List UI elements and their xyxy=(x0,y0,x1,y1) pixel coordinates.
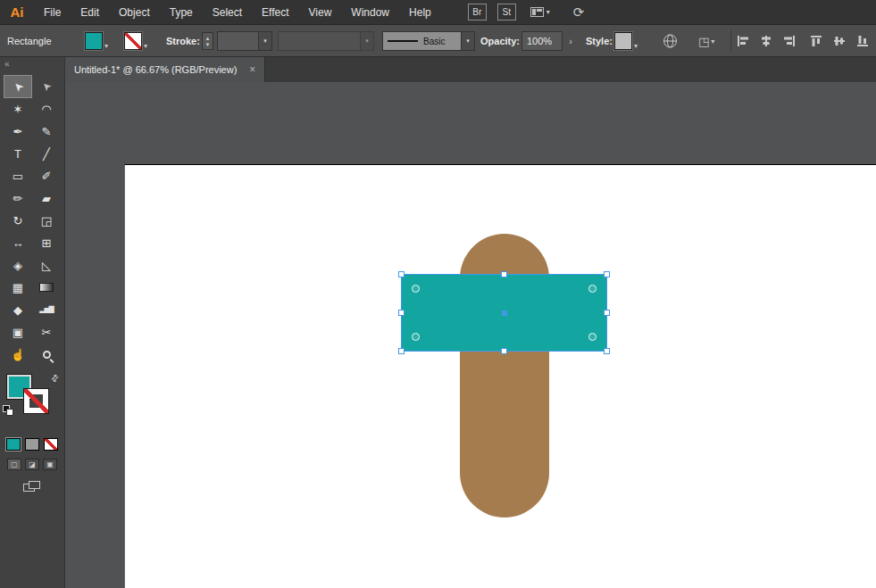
selection-handle-bottom-center[interactable] xyxy=(501,348,507,354)
corner-radius-widget-top-right[interactable] xyxy=(588,285,597,293)
curvature-icon: ✎ xyxy=(42,126,52,137)
align-horizontal-left-button[interactable] xyxy=(736,35,750,47)
app-logo[interactable]: Ai xyxy=(0,0,34,25)
draw-behind-button[interactable]: ◪ xyxy=(25,459,39,470)
stroke-indicator[interactable] xyxy=(24,389,48,413)
align-horizontal-right-button[interactable] xyxy=(782,35,797,47)
lasso-tool[interactable]: ◠ xyxy=(33,98,60,120)
canvas-area[interactable] xyxy=(65,82,876,588)
document-setup-button[interactable] xyxy=(663,33,678,48)
menu-select[interactable]: Select xyxy=(203,0,252,25)
change-screen-mode-button[interactable] xyxy=(23,481,41,493)
opacity-panel-arrow[interactable]: › xyxy=(564,31,577,51)
chevron-down-icon[interactable]: ▾ xyxy=(258,32,271,50)
artboard-tool[interactable]: ▣ xyxy=(4,321,31,343)
bridge-button[interactable]: Br xyxy=(468,4,487,21)
column-graph-tool[interactable]: ▂▅▇ xyxy=(33,299,60,320)
fill-color-control[interactable]: ▾ xyxy=(85,32,108,50)
menu-help[interactable]: Help xyxy=(399,0,441,25)
collapse-panel-button[interactable]: « xyxy=(0,57,64,71)
opacity-field[interactable]: 100% xyxy=(521,31,563,51)
align-vertical-top-button[interactable] xyxy=(809,35,823,47)
stroke-label: Stroke: xyxy=(166,36,200,46)
corner-radius-widget-bottom-right[interactable] xyxy=(588,333,597,341)
menu-view[interactable]: View xyxy=(299,0,342,25)
perspective-grid-tool[interactable]: ◺ xyxy=(33,254,60,276)
align-vertical-center-button[interactable] xyxy=(832,35,847,47)
swap-fill-stroke-icon[interactable]: ⇄ xyxy=(48,372,61,385)
workspace-switcher[interactable]: ▾ xyxy=(530,7,550,17)
selection-handle-top-left[interactable] xyxy=(398,271,405,277)
brush-definition-combo[interactable]: Basic ▾ xyxy=(382,31,475,51)
draw-inside-button[interactable]: ▣ xyxy=(43,459,57,470)
selection-handle-top-right[interactable] xyxy=(604,271,610,277)
close-icon[interactable]: × xyxy=(249,63,255,76)
draw-mode-buttons: ▢ ◪ ▣ xyxy=(0,459,64,470)
selection-handle-middle-right[interactable] xyxy=(604,310,610,316)
corner-radius-widget-bottom-left[interactable] xyxy=(412,333,420,341)
slice-tool[interactable]: ✂ xyxy=(33,321,60,343)
stroke-color-control[interactable]: ▾ xyxy=(124,32,147,50)
stock-button[interactable]: St xyxy=(497,4,516,21)
selection-tool-icon: ➤ xyxy=(11,79,26,95)
gradient-button[interactable] xyxy=(25,438,39,451)
chevron-down-icon[interactable]: ▾ xyxy=(461,32,474,50)
pen-icon: ✒ xyxy=(13,126,23,137)
width-tool[interactable]: ↔ xyxy=(4,232,31,253)
gradient-tool[interactable] xyxy=(33,277,60,298)
pen-tool[interactable]: ✒ xyxy=(4,120,31,142)
color-mode-buttons xyxy=(0,438,64,451)
line-segment-tool[interactable]: ╱ xyxy=(33,143,60,164)
menu-edit[interactable]: Edit xyxy=(71,0,109,25)
fill-swatch[interactable] xyxy=(85,32,103,50)
rectangle-tool[interactable]: ▭ xyxy=(4,165,31,186)
corner-radius-widget-top-left[interactable] xyxy=(412,285,420,293)
stroke-weight-stepper[interactable]: ▲ ▼ xyxy=(202,32,213,50)
selection-handle-middle-left[interactable] xyxy=(398,310,405,316)
align-horizontal-center-button[interactable] xyxy=(759,35,773,47)
selection-handle-bottom-right[interactable] xyxy=(604,348,610,354)
paintbrush-tool[interactable]: ✐ xyxy=(33,165,60,186)
menu-effect[interactable]: Effect xyxy=(252,0,298,25)
shape-builder-tool[interactable]: ◈ xyxy=(4,254,31,276)
menu-file[interactable]: File xyxy=(34,0,71,25)
transform-menu-button[interactable]: ◳ ▾ xyxy=(698,34,714,47)
mesh-tool[interactable]: ▦ xyxy=(4,277,31,298)
rotate-tool[interactable]: ↻ xyxy=(4,210,31,231)
magic-wand-tool[interactable]: ✶ xyxy=(4,98,31,120)
default-fill-stroke-icon[interactable] xyxy=(3,405,14,417)
stepper-down-icon[interactable]: ▼ xyxy=(205,42,211,47)
hand-tool[interactable]: ☝ xyxy=(4,344,31,365)
touch-workspace-icon[interactable]: ⟳ xyxy=(573,4,585,21)
scale-tool[interactable]: ◲ xyxy=(33,210,60,231)
zoom-tool[interactable] xyxy=(33,344,60,365)
selection-handle-bottom-left[interactable] xyxy=(398,348,405,354)
eyedropper-tool[interactable]: ◆ xyxy=(4,299,31,320)
type-tool[interactable]: T xyxy=(4,143,31,164)
curvature-tool[interactable]: ✎ xyxy=(33,120,60,142)
style-swatch[interactable] xyxy=(614,32,632,50)
menu-window[interactable]: Window xyxy=(341,0,399,25)
none-button[interactable] xyxy=(44,438,58,451)
stepper-up-icon[interactable]: ▲ xyxy=(205,36,211,41)
color-button[interactable] xyxy=(6,438,21,451)
illustrator-window: Ai File Edit Object Type Select Effect V… xyxy=(0,0,876,588)
align-vertical-bottom-button[interactable] xyxy=(855,35,870,47)
shape-builder-icon: ◈ xyxy=(13,260,22,271)
stroke-swatch[interactable] xyxy=(124,32,142,50)
selection-tool[interactable]: ➤ xyxy=(4,76,31,97)
direct-selection-tool[interactable]: ➤ xyxy=(33,76,60,97)
magic-wand-icon: ✶ xyxy=(13,104,23,115)
document-tab[interactable]: Untitled-1* @ 66.67% (RGB/Preview) × xyxy=(65,57,265,82)
selection-center-point[interactable] xyxy=(502,311,507,316)
stroke-weight-combo[interactable]: ▾ xyxy=(217,31,272,51)
menu-type[interactable]: Type xyxy=(160,0,203,25)
shaper-tool[interactable]: ✏ xyxy=(4,187,31,209)
eraser-tool[interactable]: ▰ xyxy=(33,187,60,209)
draw-normal-button[interactable]: ▢ xyxy=(7,459,21,470)
menu-object[interactable]: Object xyxy=(109,0,160,25)
selection-handle-top-center[interactable] xyxy=(501,271,507,277)
graphic-style-control[interactable]: ▾ xyxy=(614,32,638,50)
chevron-down-icon: ▾ xyxy=(104,42,108,50)
free-transform-tool[interactable]: ⊞ xyxy=(33,232,60,253)
